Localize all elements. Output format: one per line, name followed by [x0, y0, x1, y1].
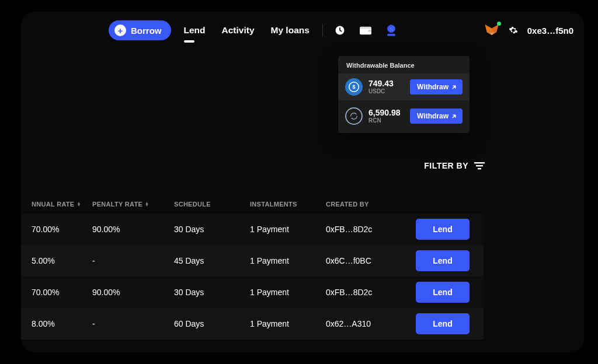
cell-created-by: 0xFB…8D2c: [326, 225, 402, 234]
gear-icon[interactable]: [509, 26, 518, 35]
withdraw-icon[interactable]: $: [385, 24, 398, 37]
table-body: 70.00% 90.00% 30 Days 1 Payment 0xFB…8D2…: [21, 214, 484, 340]
cell-annual: 70.00%: [21, 225, 92, 234]
nav-link-lend[interactable]: Lend: [184, 22, 206, 39]
cell-created-by: 0x62…A310: [326, 319, 402, 328]
borrow-label: Borrow: [131, 26, 162, 36]
svg-rect-2: [360, 27, 371, 29]
svg-rect-6: [387, 34, 395, 36]
cell-penalty: -: [92, 256, 174, 265]
nav-right: 0xe3…f5n0: [484, 23, 573, 38]
top-nav: + Borrow Lend Activity My loans $: [21, 12, 584, 49]
cell-penalty: 90.00%: [92, 288, 174, 297]
sort-icon: ▲▼: [77, 202, 81, 206]
balance-row-rcn: 6,590.98 RCN Withdraw: [338, 103, 470, 130]
cell-schedule: 30 Days: [174, 225, 250, 234]
cell-schedule: 60 Days: [174, 319, 250, 328]
cell-instalments: 1 Payment: [250, 288, 326, 297]
table-row: 70.00% 90.00% 30 Days 1 Payment 0xFB…8D2…: [21, 214, 484, 245]
filter-by-button[interactable]: FILTER BY: [424, 161, 485, 170]
balance-symbol: USDC: [368, 88, 394, 94]
plus-icon: +: [114, 24, 126, 36]
lend-button[interactable]: Lend: [416, 250, 470, 271]
svg-rect-15: [478, 168, 481, 169]
withdraw-label: Withdraw: [417, 112, 448, 120]
balance-amount: 749.43: [368, 79, 394, 88]
filter-icon: [474, 162, 485, 170]
clock-icon[interactable]: [333, 24, 346, 37]
nav-links: Lend Activity My loans: [184, 22, 310, 39]
balance-row-usdc: $ 749.43 USDC Withdraw: [338, 74, 470, 100]
cell-instalments: 1 Payment: [250, 256, 326, 265]
table-header-row: NNUAL RATE ▲▼ PENALTY RATE ▲▼ SCHEDULE I…: [21, 195, 484, 214]
loans-table: NNUAL RATE ▲▼ PENALTY RATE ▲▼ SCHEDULE I…: [21, 195, 484, 340]
nav-icon-group: $: [333, 24, 398, 37]
balance-info: 6,590.98 RCN: [368, 108, 401, 124]
withdraw-button[interactable]: Withdraw: [410, 79, 463, 94]
cell-penalty: 90.00%: [92, 225, 174, 234]
wallet-address[interactable]: 0xe3…f5n0: [527, 26, 573, 36]
sort-icon: ▲▼: [145, 202, 149, 206]
cell-created-by: 0xFB…8D2c: [326, 288, 402, 297]
withdraw-button[interactable]: Withdraw: [410, 108, 463, 124]
withdrawable-balance-panel: Withdrawable Balance $ 749.43 USDC Withd…: [338, 56, 470, 133]
dropdown-title: Withdrawable Balance: [338, 62, 470, 74]
cell-schedule: 30 Days: [174, 288, 250, 297]
cell-penalty: -: [92, 319, 174, 328]
cell-annual: 70.00%: [21, 288, 92, 297]
svg-rect-3: [368, 30, 371, 32]
lend-button[interactable]: Lend: [416, 219, 470, 240]
table-row: 8.00% - 60 Days 1 Payment 0x62…A310 Lend: [21, 308, 484, 340]
rcn-icon: [345, 107, 363, 125]
withdraw-label: Withdraw: [417, 83, 448, 91]
cell-created-by: 0x6C…f0BC: [326, 256, 402, 265]
th-penalty-rate[interactable]: PENALTY RATE ▲▼: [92, 201, 174, 208]
cell-annual: 8.00%: [21, 319, 92, 328]
usdc-icon: $: [345, 78, 363, 96]
status-dot: [497, 22, 501, 26]
th-schedule[interactable]: SCHEDULE: [174, 201, 250, 208]
cell-instalments: 1 Payment: [250, 319, 326, 328]
table-row: 5.00% - 45 Days 1 Payment 0x6C…f0BC Lend: [21, 245, 484, 276]
filter-label: FILTER BY: [424, 161, 468, 170]
cell-annual: 5.00%: [21, 256, 92, 265]
nav-divider: [322, 24, 323, 37]
balance-info: 749.43 USDC: [368, 79, 394, 94]
wallet-icon[interactable]: [359, 24, 372, 37]
th-annual-rate[interactable]: NNUAL RATE ▲▼: [21, 201, 92, 208]
app-window: + Borrow Lend Activity My loans $: [21, 12, 584, 352]
svg-rect-13: [474, 162, 485, 163]
table-row: 70.00% 90.00% 30 Days 1 Payment 0xFB…8D2…: [21, 276, 484, 308]
th-instalments[interactable]: INSTALMENTS: [250, 201, 326, 208]
balance-symbol: RCN: [368, 117, 401, 124]
svg-text:$: $: [390, 26, 392, 32]
arrow-up-right-icon: [451, 85, 457, 90]
svg-rect-14: [476, 165, 483, 166]
borrow-button[interactable]: + Borrow: [109, 20, 171, 40]
nav-link-activity[interactable]: Activity: [222, 22, 255, 39]
arrow-up-right-icon: [451, 114, 457, 119]
cell-schedule: 45 Days: [174, 256, 250, 265]
balance-amount: 6,590.98: [368, 108, 401, 117]
metamask-icon[interactable]: [484, 23, 499, 38]
lend-button[interactable]: Lend: [416, 282, 470, 303]
nav-link-myloans[interactable]: My loans: [271, 22, 310, 39]
th-created-by[interactable]: CREATED BY: [326, 201, 402, 208]
lend-button[interactable]: Lend: [416, 313, 470, 334]
svg-text:$: $: [352, 84, 355, 90]
cell-instalments: 1 Payment: [250, 225, 326, 234]
